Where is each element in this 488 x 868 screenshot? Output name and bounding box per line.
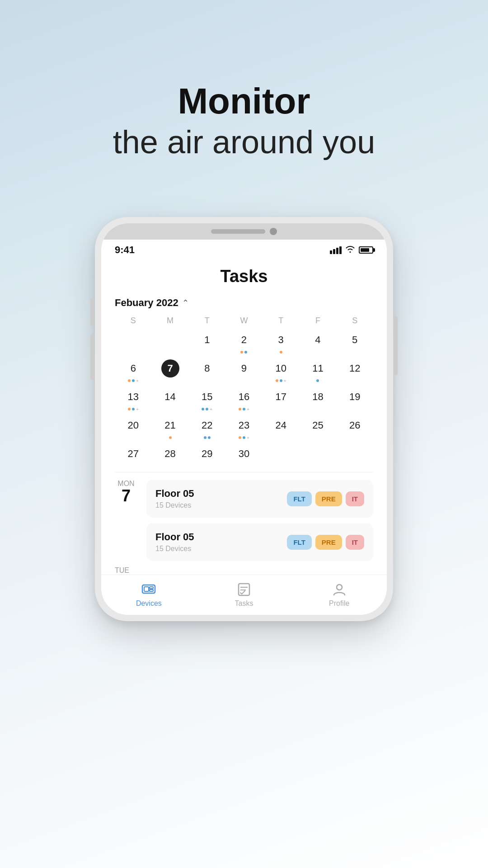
- svg-rect-3: [150, 590, 153, 591]
- day-dots: +: [128, 379, 139, 382]
- day-number: [272, 445, 290, 463]
- calendar-header[interactable]: Febuary 2022 ⌃: [115, 297, 373, 309]
- day-number: 28: [161, 445, 179, 463]
- calendar-day[interactable]: 21: [152, 415, 189, 441]
- day-dots: +: [239, 407, 249, 411]
- day-number: 21: [161, 416, 179, 434]
- calendar-day[interactable]: 18: [300, 386, 337, 413]
- dot-blue: [202, 408, 204, 410]
- calendar-day[interactable]: 17: [263, 386, 300, 413]
- calendar-day[interactable]: 10+: [263, 358, 300, 384]
- profile-icon: [331, 581, 347, 598]
- calendar-day[interactable]: 26: [336, 415, 373, 441]
- dot-blue: [280, 379, 282, 382]
- calendar-grid: S M T W T F S 123456+78910+111213+1415+1…: [115, 316, 373, 465]
- day-number: 2: [235, 331, 253, 349]
- calendar-day[interactable]: 29: [188, 443, 225, 465]
- phone-mockup: 9:41: [95, 217, 393, 621]
- day-number: [161, 331, 179, 349]
- svg-point-7: [337, 585, 342, 590]
- dot-blue: [316, 379, 319, 382]
- day-dots: +: [239, 436, 249, 439]
- calendar-day[interactable]: 8: [188, 358, 225, 384]
- day-number: 13: [124, 388, 142, 406]
- dot-orange: [128, 379, 131, 382]
- dot-blue: [132, 379, 135, 382]
- day-number: 27: [124, 445, 142, 463]
- task-sub: 15 Devices: [155, 545, 194, 553]
- calendar-day[interactable]: 12: [336, 358, 373, 384]
- calendar-day[interactable]: 1: [188, 329, 225, 356]
- wifi-icon: [345, 245, 355, 255]
- weekday-4: T: [263, 316, 300, 326]
- day-number: 19: [346, 388, 364, 406]
- calendar-day[interactable]: 22: [188, 415, 225, 441]
- day-number: 5: [346, 331, 364, 349]
- dot-plus: +: [210, 407, 212, 412]
- calendar-day[interactable]: 4: [300, 329, 337, 356]
- calendar-day[interactable]: 2: [225, 329, 263, 356]
- calendar-day[interactable]: 27: [115, 443, 152, 465]
- calendar-day[interactable]: 28: [152, 443, 189, 465]
- day-dots: +: [202, 407, 212, 411]
- calendar-day[interactable]: 7: [152, 358, 189, 384]
- hero-title-line1: Monitor: [0, 81, 488, 121]
- next-day-label: TUE: [115, 566, 373, 575]
- calendar-day[interactable]: 20: [115, 415, 152, 441]
- tasks-icon: [236, 581, 252, 598]
- tag-flt: FLT: [287, 491, 311, 506]
- calendar-day[interactable]: 25: [300, 415, 337, 441]
- calendar-day[interactable]: 13+: [115, 386, 152, 413]
- dot-blue: [243, 436, 245, 439]
- task-card[interactable]: Floor 05 15 DevicesFLTPREIT: [146, 523, 373, 561]
- volume-down-button[interactable]: [90, 335, 94, 380]
- task-cards: Floor 05 15 DevicesFLTPREITFloor 05 15 D…: [146, 480, 373, 561]
- day-number: 3: [272, 331, 290, 349]
- nav-item-devices[interactable]: Devices: [101, 581, 197, 608]
- calendar-day[interactable]: 9: [225, 358, 263, 384]
- calendar-day[interactable]: 23+: [225, 415, 263, 441]
- tag-pre: PRE: [315, 535, 342, 550]
- calendar-day[interactable]: 3: [263, 329, 300, 356]
- calendar-week: 6+78910+1112: [115, 358, 373, 384]
- weekday-3: W: [225, 316, 263, 326]
- day-number: 25: [309, 416, 327, 434]
- tag-it: IT: [346, 491, 364, 506]
- nav-item-tasks[interactable]: Tasks: [197, 581, 292, 608]
- dot-blue: [204, 436, 206, 439]
- day-number: 11: [309, 359, 327, 377]
- nav-item-profile[interactable]: Profile: [291, 581, 387, 608]
- nav-label-profile: Profile: [329, 599, 349, 608]
- calendar-caret-icon[interactable]: ⌃: [182, 298, 189, 308]
- tag-pre: PRE: [315, 491, 342, 506]
- calendar-day[interactable]: 14: [152, 386, 189, 413]
- task-info: Floor 05 15 Devices: [155, 531, 194, 553]
- calendar-day[interactable]: 11: [300, 358, 337, 384]
- dot-plus: +: [136, 378, 139, 383]
- calendar-day[interactable]: 15+: [188, 386, 225, 413]
- calendar-day: [336, 443, 373, 465]
- calendar-day[interactable]: 24: [263, 415, 300, 441]
- day-number: 29: [198, 445, 216, 463]
- calendar-day: [300, 443, 337, 465]
- task-section: MON 7Floor 05 15 DevicesFLTPREITFloor 05…: [115, 480, 373, 561]
- calendar-day[interactable]: 30: [225, 443, 263, 465]
- dot-blue: [132, 408, 135, 410]
- volume-up-button[interactable]: [90, 298, 94, 326]
- calendar-month-label: Febuary 2022: [115, 297, 178, 309]
- dot-blue: [206, 408, 208, 410]
- day-dots: [280, 350, 282, 354]
- task-name: Floor 05: [155, 488, 194, 500]
- calendar-day[interactable]: 5: [336, 329, 373, 356]
- power-button[interactable]: [394, 316, 398, 375]
- day-dots: [240, 350, 247, 354]
- day-number: 18: [309, 388, 327, 406]
- calendar-day[interactable]: 16+: [225, 386, 263, 413]
- calendar-day[interactable]: 19: [336, 386, 373, 413]
- calendar-day: [115, 329, 152, 356]
- task-info: Floor 05 15 Devices: [155, 488, 194, 509]
- task-card[interactable]: Floor 05 15 DevicesFLTPREIT: [146, 480, 373, 518]
- day-number: 8: [198, 359, 216, 377]
- calendar-day[interactable]: 6+: [115, 358, 152, 384]
- day-dots: [169, 436, 172, 439]
